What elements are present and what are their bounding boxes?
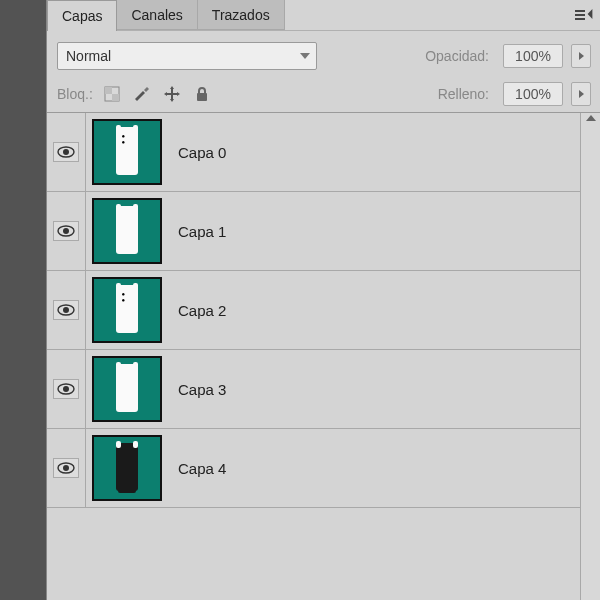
- fill-field[interactable]: 100%: [503, 82, 563, 106]
- lock-position-button[interactable]: [161, 83, 183, 105]
- svg-point-7: [63, 228, 69, 234]
- visibility-toggle[interactable]: [47, 429, 86, 507]
- blend-mode-value: Normal: [66, 48, 111, 64]
- visibility-toggle[interactable]: [47, 192, 86, 270]
- layer-name[interactable]: Capa 0: [168, 144, 581, 161]
- layer-row[interactable]: Capa 3: [47, 350, 581, 429]
- lock-all-button[interactable]: [191, 83, 213, 105]
- vertical-scrollbar[interactable]: [580, 113, 600, 600]
- eye-icon: [53, 379, 79, 399]
- layers-list: ● ●Capa 0Capa 1● ●Capa 2Capa 3Capa 4: [47, 112, 600, 600]
- tab-paths[interactable]: Trazados: [198, 0, 285, 30]
- layer-thumbnail[interactable]: [86, 429, 168, 507]
- svg-point-11: [63, 386, 69, 392]
- opacity-label: Opacidad:: [425, 48, 489, 64]
- eye-icon: [53, 458, 79, 478]
- svg-point-9: [63, 307, 69, 313]
- layer-thumbnail[interactable]: [86, 350, 168, 428]
- svg-rect-3: [197, 93, 207, 101]
- flyout-menu-icon[interactable]: [575, 9, 593, 21]
- layer-thumbnail[interactable]: [86, 192, 168, 270]
- layer-row[interactable]: Capa 1: [47, 192, 581, 271]
- layers-panel: Capas Canales Trazados Normal Opacidad: …: [46, 0, 600, 600]
- lock-label: Bloq.:: [57, 86, 93, 102]
- eye-icon: [53, 142, 79, 162]
- svg-point-13: [63, 465, 69, 471]
- fill-label: Relleno:: [438, 86, 489, 102]
- layer-row[interactable]: ● ●Capa 0: [47, 113, 581, 192]
- layer-row[interactable]: ● ●Capa 2: [47, 271, 581, 350]
- layer-name[interactable]: Capa 4: [168, 460, 581, 477]
- tab-layers[interactable]: Capas: [47, 0, 117, 31]
- tab-channels[interactable]: Canales: [117, 0, 197, 30]
- lock-paint-button[interactable]: [131, 83, 153, 105]
- svg-rect-2: [112, 94, 119, 101]
- layer-name[interactable]: Capa 3: [168, 381, 581, 398]
- layer-thumbnail[interactable]: ● ●: [86, 271, 168, 349]
- svg-point-5: [63, 149, 69, 155]
- opacity-flyout-button[interactable]: [571, 44, 591, 68]
- visibility-toggle[interactable]: [47, 271, 86, 349]
- fill-flyout-button[interactable]: [571, 82, 591, 106]
- layer-name[interactable]: Capa 2: [168, 302, 581, 319]
- layer-row[interactable]: Capa 4: [47, 429, 581, 508]
- panel-tabs: Capas Canales Trazados: [47, 0, 600, 31]
- opacity-field[interactable]: 100%: [503, 44, 563, 68]
- svg-rect-1: [105, 87, 112, 94]
- layer-thumbnail[interactable]: ● ●: [86, 113, 168, 191]
- lock-transparency-button[interactable]: [101, 83, 123, 105]
- dropdown-arrow-icon: [300, 53, 310, 59]
- scroll-up-arrow-icon: [586, 115, 596, 121]
- layer-name[interactable]: Capa 1: [168, 223, 581, 240]
- eye-icon: [53, 221, 79, 241]
- visibility-toggle[interactable]: [47, 350, 86, 428]
- eye-icon: [53, 300, 79, 320]
- blend-mode-select[interactable]: Normal: [57, 42, 317, 70]
- visibility-toggle[interactable]: [47, 113, 86, 191]
